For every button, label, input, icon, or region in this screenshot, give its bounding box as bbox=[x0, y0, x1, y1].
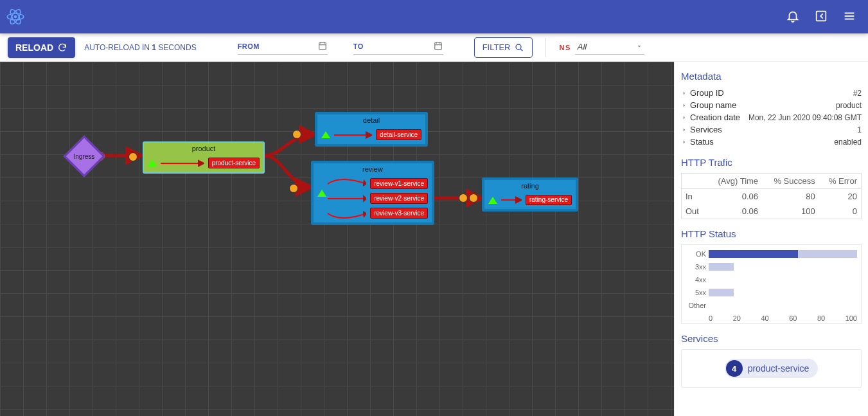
app-header bbox=[0, 0, 868, 33]
node-rating[interactable]: rating rating-service bbox=[482, 177, 578, 212]
chevron-right-icon bbox=[681, 127, 687, 133]
service-chip-label: product-service bbox=[748, 363, 810, 374]
calendar-icon[interactable] bbox=[317, 41, 328, 53]
triangle-icon bbox=[488, 197, 497, 204]
meta-row[interactable]: Services1 bbox=[681, 123, 862, 136]
table-row: review-v3-service bbox=[317, 208, 428, 219]
exit-icon[interactable] bbox=[814, 9, 828, 25]
chevron-right-icon bbox=[681, 114, 687, 121]
triangle-icon bbox=[321, 131, 330, 138]
node-ingress[interactable]: Ingress bbox=[63, 135, 105, 177]
react-logo-icon bbox=[6, 8, 24, 26]
port bbox=[289, 184, 298, 193]
toolbar: RELOAD AUTO-RELOAD IN 1 SECONDS FROM TO … bbox=[0, 33, 868, 62]
meta-row[interactable]: Group ID#2 bbox=[681, 87, 862, 99]
reload-button[interactable]: RELOAD bbox=[8, 37, 75, 58]
service-count-badge: 4 bbox=[726, 360, 743, 377]
node-title: detail bbox=[317, 114, 425, 127]
bar-row: Other bbox=[686, 300, 857, 311]
to-input[interactable] bbox=[368, 41, 433, 51]
divider bbox=[545, 38, 546, 57]
table-row: review-v1-service bbox=[317, 178, 428, 189]
node-title: product bbox=[144, 143, 263, 155]
menu-icon[interactable] bbox=[842, 9, 856, 25]
node-product[interactable]: product product-service bbox=[143, 141, 265, 174]
service-chip[interactable]: 4 product-service bbox=[725, 359, 819, 378]
reload-label: RELOAD bbox=[15, 42, 53, 53]
status-heading: HTTP Status bbox=[681, 228, 862, 239]
from-field[interactable]: FROM bbox=[238, 41, 328, 55]
node-title: review bbox=[314, 163, 432, 176]
calendar-icon[interactable] bbox=[433, 41, 443, 53]
port bbox=[292, 130, 301, 139]
svg-rect-8 bbox=[319, 42, 326, 50]
port bbox=[459, 194, 468, 203]
node-review[interactable]: review review-v1-service review-v2-servi… bbox=[311, 161, 434, 225]
node-detail[interactable]: detail detail-service bbox=[315, 112, 428, 147]
bar-row: 4xx bbox=[686, 275, 857, 285]
port bbox=[469, 194, 478, 203]
notifications-icon[interactable] bbox=[786, 9, 800, 25]
meta-row[interactable]: Creation dateMon, 22 Jun 2020 09:40:08 G… bbox=[681, 111, 862, 123]
svg-line-17 bbox=[520, 49, 522, 51]
chevron-right-icon bbox=[681, 139, 687, 145]
edge-product-review bbox=[264, 156, 312, 187]
to-label: TO bbox=[353, 42, 364, 50]
edge-product-detail bbox=[264, 134, 315, 156]
triangle-icon bbox=[148, 159, 157, 167]
status-chart: OK3xx4xx5xxOther 020406080100 bbox=[681, 244, 862, 324]
search-icon bbox=[514, 42, 524, 53]
bar-row: 5xx bbox=[686, 287, 857, 298]
namespace-select[interactable]: All bbox=[575, 41, 644, 55]
services-heading: Services bbox=[681, 333, 862, 344]
meta-row[interactable]: Group nameproduct bbox=[681, 99, 862, 111]
table-row: product-service bbox=[148, 158, 260, 168]
chevron-down-icon bbox=[635, 42, 643, 50]
auto-reload-text: AUTO-RELOAD IN 1 SECONDS bbox=[84, 43, 197, 52]
reload-icon bbox=[57, 42, 67, 53]
table-row: detail-service bbox=[321, 129, 421, 140]
traffic-table: (Avg) Time % Success % Error In0.068020O… bbox=[681, 173, 862, 219]
bar-row: 3xx bbox=[686, 262, 857, 272]
from-input[interactable] bbox=[263, 41, 317, 51]
chevron-right-icon bbox=[681, 102, 687, 109]
chevron-right-icon bbox=[681, 90, 687, 96]
table-row: In0.068020 bbox=[682, 189, 862, 204]
graph-canvas[interactable]: Ingress product product-service detail d… bbox=[0, 62, 674, 416]
svg-point-16 bbox=[516, 44, 521, 50]
node-title: rating bbox=[484, 180, 576, 192]
ns-label: NS bbox=[559, 44, 571, 51]
sidebar: Metadata Group ID#2Group nameproductCrea… bbox=[674, 62, 868, 416]
table-row: rating-service bbox=[488, 195, 572, 205]
table-row: Out0.061000 bbox=[682, 204, 862, 219]
meta-row[interactable]: Statusenabled bbox=[681, 136, 862, 148]
bar-row: OK bbox=[686, 249, 857, 259]
svg-rect-12 bbox=[434, 42, 441, 50]
from-label: FROM bbox=[238, 42, 260, 50]
table-row: review-v2-service bbox=[317, 193, 428, 204]
to-field[interactable]: TO bbox=[353, 41, 443, 55]
port bbox=[128, 152, 137, 161]
metadata-heading: Metadata bbox=[681, 71, 862, 82]
traffic-heading: HTTP Trafic bbox=[681, 157, 862, 168]
filter-button[interactable]: FILTER bbox=[474, 37, 533, 58]
svg-point-3 bbox=[14, 15, 17, 19]
